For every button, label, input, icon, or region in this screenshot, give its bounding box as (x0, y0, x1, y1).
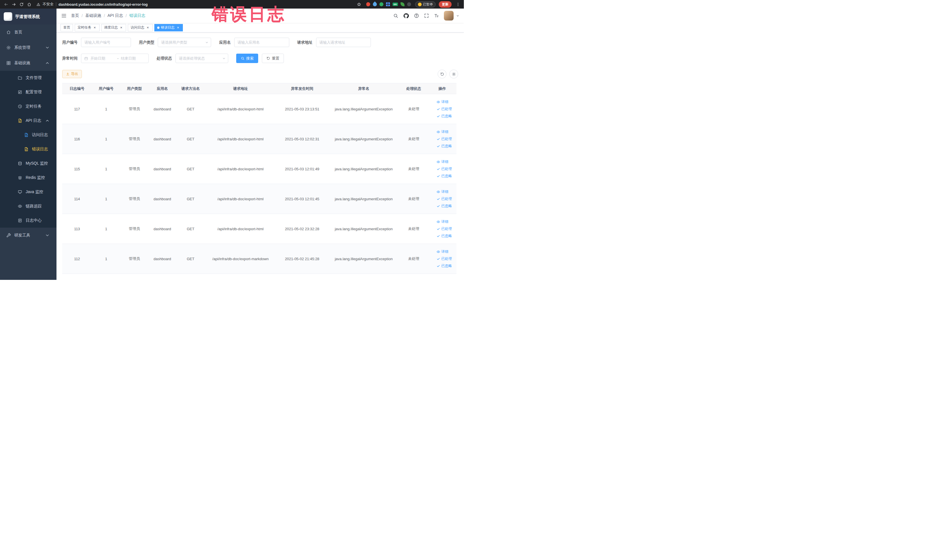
date-range-picker[interactable]: 开始日期 - 结束日期 (81, 53, 149, 63)
update-button[interactable]: 更新 (439, 1, 452, 8)
process-status-select[interactable] (176, 53, 228, 63)
tab-首页[interactable]: 首页 (61, 24, 73, 31)
tab-close-icon[interactable]: × (176, 26, 180, 30)
red-octagon-extension-icon[interactable] (366, 2, 370, 6)
search-button[interactable]: 搜索 (236, 53, 258, 63)
tab-close-icon[interactable]: × (119, 26, 123, 30)
logo[interactable]: 芋道管理系统 (0, 9, 56, 24)
sidebar-item-系统管理[interactable]: 系统管理 (0, 40, 56, 55)
sidebar-item-日志中心[interactable]: 日志中心 (0, 214, 56, 227)
row-action-详细[interactable]: 详细 (437, 128, 449, 136)
sidebar-item-文件管理[interactable]: 文件管理 (0, 71, 56, 85)
help-icon[interactable] (414, 13, 419, 18)
reload-button[interactable] (18, 1, 24, 8)
row-action-已忽略[interactable]: 已忽略 (437, 262, 452, 270)
paw-extension-icon[interactable] (407, 2, 411, 6)
row-action-详细[interactable]: 详细 (437, 98, 449, 105)
gear-icon (452, 72, 456, 76)
browser-menu-button[interactable] (455, 1, 461, 8)
bookmark-star-button[interactable] (356, 1, 362, 8)
on-badge-extension-icon[interactable]: on (392, 3, 398, 6)
refresh-table-button[interactable] (438, 70, 446, 78)
row-action-已处理[interactable]: 已处理 (437, 255, 452, 262)
row-action-已忽略[interactable]: 已忽略 (437, 172, 452, 180)
back-button[interactable] (3, 1, 9, 8)
check-icon (437, 227, 440, 231)
row-action-已忽略[interactable]: 已忽略 (437, 203, 452, 210)
address-bar[interactable]: 不安全 dashboard.yudao.iocoder.cn/infra/log… (37, 2, 352, 7)
row-action-详细[interactable]: 详细 (437, 188, 449, 195)
tab-close-icon[interactable]: × (146, 26, 150, 30)
tab-close-icon[interactable]: × (93, 26, 97, 30)
row-action-已忽略[interactable]: 已忽略 (437, 113, 452, 120)
breadcrumb-item-首页[interactable]: 首页 (71, 13, 79, 18)
sidebar-item-label: 访问日志 (32, 132, 53, 137)
row-action-已处理[interactable]: 已处理 (437, 136, 452, 143)
tab-调度日志[interactable]: 调度日志× (101, 24, 126, 31)
sidebar-item-首页[interactable]: 首页 (0, 24, 56, 40)
cell-log-id: 113 (62, 214, 92, 244)
row-action-详细[interactable]: 详细 (437, 248, 449, 255)
row-action-已处理[interactable]: 已处理 (437, 195, 452, 203)
column-settings-button[interactable] (449, 70, 458, 78)
table-row-117: 1171管理员dashboardGET/api/infra/db-doc/exp… (62, 94, 456, 124)
row-action-已处理[interactable]: 已处理 (437, 165, 452, 172)
sidebar-item-研发工具[interactable]: 研发工具 (0, 227, 56, 243)
paused-badge[interactable]: 已暂停 (415, 2, 436, 8)
row-action-详细[interactable]: 详细 (437, 218, 449, 225)
sidebar-item-Java 监控[interactable]: Java 监控 (0, 185, 56, 199)
blue-grid-extension-icon[interactable] (386, 2, 390, 6)
chevron-down-icon (205, 41, 209, 44)
sidebar-item-定时任务[interactable]: 定时任务 (0, 99, 56, 113)
font-size-icon[interactable] (434, 13, 439, 18)
cell-request-url: /api/infra/db-doc/export-html (205, 154, 276, 184)
column-header-异常名: 异常名 (328, 83, 399, 94)
sidebar-item-访问日志[interactable]: 访问日志 (0, 128, 56, 142)
tab-错误日志[interactable]: 错误日志× (154, 24, 183, 31)
cell-log-id: 112 (62, 244, 92, 274)
user-id-input[interactable] (81, 38, 131, 47)
chevron-down-icon[interactable] (456, 14, 459, 17)
tab-访问日志[interactable]: 访问日志× (128, 24, 153, 31)
green-circle-extension-icon[interactable] (379, 2, 383, 6)
sidebar-item-label: 日志中心 (26, 218, 53, 223)
blue-drop-extension-icon[interactable] (372, 2, 378, 7)
sidebar-item-Redis 监控[interactable]: Redis 监控 (0, 171, 56, 185)
sidebar-item-基础设施[interactable]: 基础设施 (0, 55, 56, 71)
row-action-详细[interactable]: 详细 (437, 158, 449, 165)
row-action-已忽略[interactable]: 已忽略 (437, 143, 452, 150)
table-tools (438, 70, 458, 78)
cell-status: 未处理 (399, 124, 428, 154)
tabs-bar: 首页定时任务×调度日志×访问日志×错误日志× (56, 23, 464, 32)
avatar[interactable] (444, 11, 453, 21)
breadcrumb-item-API 日志[interactable]: API 日志 (108, 13, 123, 18)
app-name-input[interactable] (234, 38, 289, 47)
column-header-操作: 操作 (428, 83, 456, 94)
row-action-已忽略[interactable]: 已忽略 (437, 232, 452, 240)
row-action-已处理[interactable]: 已处理 (437, 225, 452, 232)
breadcrumb-item-基础设施[interactable]: 基础设施 (85, 13, 101, 18)
sidebar-item-链路追踪[interactable]: 链路追踪 (0, 199, 56, 214)
paused-badge-label: 已暂停 (423, 2, 433, 6)
fullscreen-icon[interactable] (424, 13, 429, 18)
cell-exception-time: 2021-05-02 23:32:28 (276, 214, 328, 244)
home-button[interactable] (26, 1, 32, 8)
sidebar-item-配置管理[interactable]: 配置管理 (0, 85, 56, 99)
row-action-已处理[interactable]: 已处理 (437, 105, 452, 113)
forward-button[interactable] (11, 1, 17, 8)
export-button[interactable]: 导出 (62, 70, 82, 78)
cell-actions: 详细已处理已忽略 (428, 124, 456, 154)
sidebar-item-错误日志[interactable]: 错误日志 (0, 142, 56, 156)
view-icon (437, 220, 440, 224)
user-type-select[interactable] (158, 38, 211, 47)
hamburger-icon[interactable] (61, 13, 67, 18)
sidebar-item-MySQL 监控[interactable]: MySQL 监控 (0, 156, 56, 171)
sidebar-item-API 日志[interactable]: API 日志 (0, 113, 56, 128)
github-icon[interactable] (403, 13, 409, 19)
leaf-extension-icon[interactable] (400, 2, 404, 6)
search-icon[interactable] (393, 13, 398, 18)
tab-定时任务[interactable]: 定时任务× (75, 24, 99, 31)
request-url-input[interactable] (316, 38, 371, 47)
log-icon (18, 218, 22, 223)
reset-button[interactable]: 重置 (262, 53, 284, 63)
